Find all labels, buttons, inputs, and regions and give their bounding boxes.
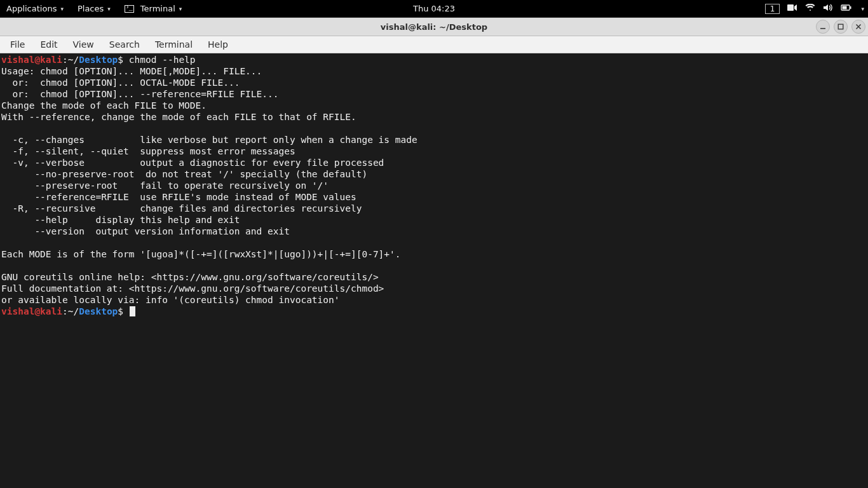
system-menu-chevron-icon[interactable]: ▾ [861, 6, 864, 12]
terminal-menubar: File Edit View Search Terminal Help [0, 36, 868, 53]
svg-rect-2 [850, 6, 851, 9]
menu-edit[interactable]: Edit [34, 38, 64, 51]
video-record-icon[interactable] [787, 4, 797, 13]
terminal-app-indicator[interactable]: Terminal▾ [122, 3, 184, 15]
window-titlebar[interactable]: vishal@kali: ~/Desktop [0, 18, 868, 36]
menu-help[interactable]: Help [201, 38, 234, 51]
close-icon [855, 24, 862, 30]
wifi-icon[interactable] [805, 4, 815, 13]
terminal-viewport[interactable]: vishal@kali:~/Desktop$ chmod --help Usag… [0, 53, 868, 488]
menu-view[interactable]: View [67, 38, 100, 51]
terminal-icon [125, 5, 134, 13]
applications-label: Applications [6, 4, 57, 13]
chevron-down-icon: ▾ [179, 6, 182, 12]
chevron-down-icon: ▾ [107, 6, 111, 12]
places-label: Places [78, 4, 104, 13]
svg-rect-4 [820, 28, 825, 29]
menu-terminal-label: Terminal [155, 39, 193, 50]
menu-edit-label: Edit [40, 39, 57, 50]
close-button[interactable] [851, 20, 865, 34]
volume-icon[interactable] [823, 4, 833, 13]
workspace-number: 1 [770, 4, 775, 13]
terminal-app-label: Terminal [140, 4, 175, 13]
applications-menu[interactable]: Applications▾ [4, 3, 66, 15]
gnome-top-bar: Applications▾ Places▾ Terminal▾ Thu 04:2… [0, 0, 868, 17]
clock[interactable]: Thu 04:23 [413, 4, 455, 13]
clock-text: Thu 04:23 [413, 4, 455, 13]
minimize-button[interactable] [816, 20, 830, 34]
menu-terminal[interactable]: Terminal [149, 38, 199, 51]
menu-file-label: File [10, 39, 25, 50]
window-title: vishal@kali: ~/Desktop [381, 22, 487, 32]
maximize-button[interactable] [834, 20, 848, 34]
menu-search-label: Search [109, 39, 140, 50]
maximize-icon [837, 24, 844, 30]
menu-file[interactable]: File [4, 38, 31, 51]
workspace-indicator[interactable]: 1 [765, 4, 780, 14]
chevron-down-icon: ▾ [60, 6, 64, 12]
battery-icon[interactable] [841, 4, 852, 13]
svg-rect-3 [843, 6, 847, 10]
menu-view-label: View [73, 39, 94, 50]
menu-search[interactable]: Search [103, 38, 146, 51]
svg-rect-5 [838, 24, 843, 29]
terminal-window: vishal@kali: ~/Desktop File Edit View Se… [0, 17, 868, 488]
menu-help-label: Help [208, 39, 228, 50]
places-menu[interactable]: Places▾ [75, 3, 113, 15]
svg-rect-0 [787, 4, 794, 11]
minimize-icon [820, 24, 826, 30]
